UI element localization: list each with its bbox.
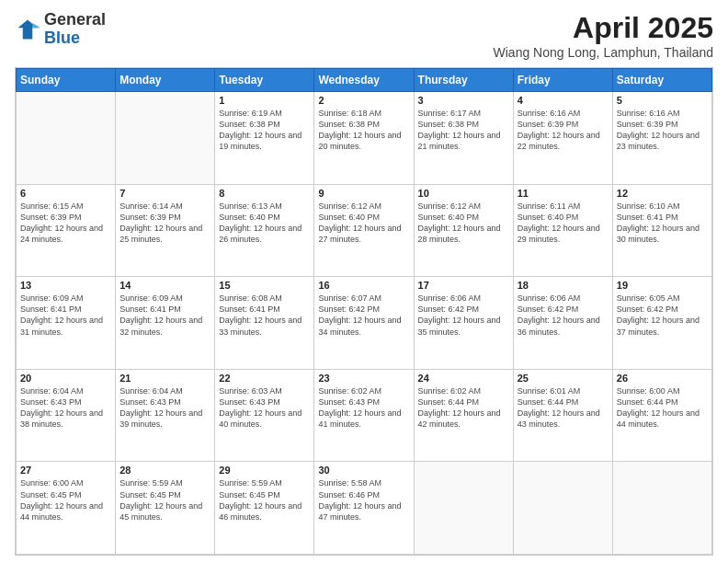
info-line: Sunrise: 6:09 AM <box>20 293 111 304</box>
info-line: Daylight: 12 hours and 25 minutes. <box>119 223 210 245</box>
info-line: Sunrise: 6:09 AM <box>119 293 210 304</box>
day-info: Sunrise: 5:59 AMSunset: 6:45 PMDaylight:… <box>119 477 210 523</box>
info-line: Sunset: 6:44 PM <box>617 396 708 408</box>
info-line: Sunset: 6:42 PM <box>418 304 509 315</box>
calendar-cell: 6Sunrise: 6:15 AMSunset: 6:39 PMDaylight… <box>17 184 116 277</box>
info-line: Sunset: 6:41 PM <box>219 304 310 315</box>
calendar-cell: 29Sunrise: 5:59 AMSunset: 6:45 PMDayligh… <box>215 462 314 555</box>
calendar-cell: 13Sunrise: 6:09 AMSunset: 6:41 PMDayligh… <box>17 277 116 370</box>
calendar: SundayMondayTuesdayWednesdayThursdayFrid… <box>15 67 713 556</box>
calendar-cell <box>612 462 711 555</box>
day-info: Sunrise: 6:00 AMSunset: 6:44 PMDaylight:… <box>617 385 708 431</box>
info-line: Daylight: 12 hours and 20 minutes. <box>318 130 409 152</box>
calendar-cell: 11Sunrise: 6:11 AMSunset: 6:40 PMDayligh… <box>513 184 612 277</box>
calendar-cell: 15Sunrise: 6:08 AMSunset: 6:41 PMDayligh… <box>215 277 314 370</box>
day-info: Sunrise: 6:04 AMSunset: 6:43 PMDaylight:… <box>20 385 111 431</box>
day-of-week-thursday: Thursday <box>414 69 513 92</box>
info-line: Daylight: 12 hours and 42 minutes. <box>418 408 509 430</box>
info-line: Sunset: 6:39 PM <box>518 119 609 130</box>
calendar-cell: 1Sunrise: 6:19 AMSunset: 6:38 PMDaylight… <box>215 92 314 185</box>
logo-general: General <box>44 11 106 29</box>
day-info: Sunrise: 6:12 AMSunset: 6:40 PMDaylight:… <box>318 201 409 246</box>
day-info: Sunrise: 6:03 AMSunset: 6:43 PMDaylight:… <box>219 385 310 431</box>
svg-marker-0 <box>18 19 38 39</box>
info-line: Sunset: 6:43 PM <box>219 396 310 408</box>
day-info: Sunrise: 6:06 AMSunset: 6:42 PMDaylight:… <box>418 293 509 338</box>
info-line: Sunrise: 6:00 AM <box>20 477 111 488</box>
info-line: Sunrise: 6:06 AM <box>518 293 609 304</box>
day-of-week-friday: Friday <box>513 69 612 92</box>
info-line: Sunrise: 6:12 AM <box>418 201 509 212</box>
info-line: Daylight: 12 hours and 28 minutes. <box>418 223 509 245</box>
info-line: Sunset: 6:42 PM <box>318 304 409 315</box>
calendar-cell: 19Sunrise: 6:05 AMSunset: 6:42 PMDayligh… <box>612 277 711 370</box>
calendar-cell: 20Sunrise: 6:04 AMSunset: 6:43 PMDayligh… <box>17 369 116 462</box>
info-line: Sunrise: 6:02 AM <box>318 385 409 396</box>
day-number: 5 <box>617 95 708 106</box>
info-line: Sunset: 6:38 PM <box>418 119 509 130</box>
info-line: Sunset: 6:43 PM <box>318 396 409 408</box>
info-line: Daylight: 12 hours and 29 minutes. <box>518 223 609 245</box>
day-info: Sunrise: 6:02 AMSunset: 6:43 PMDaylight:… <box>318 385 409 431</box>
day-info: Sunrise: 6:16 AMSunset: 6:39 PMDaylight:… <box>617 108 708 153</box>
info-line: Sunrise: 6:05 AM <box>617 293 708 304</box>
info-line: Sunset: 6:45 PM <box>20 489 111 500</box>
info-line: Sunrise: 6:13 AM <box>219 201 310 212</box>
day-info: Sunrise: 6:10 AMSunset: 6:41 PMDaylight:… <box>617 201 708 246</box>
logo-text: General Blue <box>44 11 106 48</box>
info-line: Sunset: 6:45 PM <box>219 489 310 500</box>
info-line: Sunrise: 5:59 AM <box>219 477 310 488</box>
info-line: Sunrise: 6:10 AM <box>617 201 708 212</box>
info-line: Daylight: 12 hours and 30 minutes. <box>617 223 708 245</box>
info-line: Daylight: 12 hours and 45 minutes. <box>119 500 210 523</box>
info-line: Sunrise: 6:04 AM <box>119 385 210 396</box>
calendar-cell <box>414 462 513 555</box>
calendar-cell: 7Sunrise: 6:14 AMSunset: 6:39 PMDaylight… <box>116 184 215 277</box>
info-line: Daylight: 12 hours and 46 minutes. <box>219 500 310 523</box>
calendar-cell: 16Sunrise: 6:07 AMSunset: 6:42 PMDayligh… <box>314 277 414 370</box>
day-of-week-sunday: Sunday <box>17 69 116 92</box>
day-info: Sunrise: 6:05 AMSunset: 6:42 PMDaylight:… <box>617 293 708 338</box>
day-info: Sunrise: 5:58 AMSunset: 6:46 PMDaylight:… <box>318 477 409 523</box>
day-of-week-monday: Monday <box>116 69 215 92</box>
info-line: Sunrise: 6:00 AM <box>617 385 708 396</box>
info-line: Sunrise: 5:58 AM <box>318 477 409 488</box>
day-number: 12 <box>617 188 708 199</box>
info-line: Daylight: 12 hours and 47 minutes. <box>318 500 409 523</box>
info-line: Sunrise: 6:11 AM <box>518 201 609 212</box>
day-number: 21 <box>119 373 210 384</box>
day-info: Sunrise: 6:09 AMSunset: 6:41 PMDaylight:… <box>119 293 210 338</box>
info-line: Sunrise: 6:06 AM <box>418 293 509 304</box>
info-line: Daylight: 12 hours and 39 minutes. <box>119 408 210 430</box>
day-info: Sunrise: 6:11 AMSunset: 6:40 PMDaylight:… <box>518 201 609 246</box>
day-info: Sunrise: 6:08 AMSunset: 6:41 PMDaylight:… <box>219 293 310 338</box>
calendar-cell: 4Sunrise: 6:16 AMSunset: 6:39 PMDaylight… <box>513 92 612 185</box>
info-line: Sunrise: 5:59 AM <box>119 477 210 488</box>
calendar-cell: 30Sunrise: 5:58 AMSunset: 6:46 PMDayligh… <box>314 462 414 555</box>
calendar-header: SundayMondayTuesdayWednesdayThursdayFrid… <box>17 69 712 92</box>
title-location: Wiang Nong Long, Lamphun, Thailand <box>494 45 713 60</box>
day-number: 8 <box>219 188 310 199</box>
title-month: April 2025 <box>494 11 713 45</box>
info-line: Sunset: 6:39 PM <box>617 119 708 130</box>
calendar-cell: 24Sunrise: 6:02 AMSunset: 6:44 PMDayligh… <box>414 369 513 462</box>
info-line: Daylight: 12 hours and 34 minutes. <box>318 315 409 337</box>
calendar-cell: 18Sunrise: 6:06 AMSunset: 6:42 PMDayligh… <box>513 277 612 370</box>
info-line: Sunrise: 6:19 AM <box>219 108 310 119</box>
info-line: Sunset: 6:40 PM <box>418 212 509 223</box>
calendar-cell: 23Sunrise: 6:02 AMSunset: 6:43 PMDayligh… <box>314 369 414 462</box>
info-line: Sunset: 6:44 PM <box>418 396 509 408</box>
calendar-cell <box>116 92 215 185</box>
info-line: Sunrise: 6:07 AM <box>318 293 409 304</box>
calendar-cell: 17Sunrise: 6:06 AMSunset: 6:42 PMDayligh… <box>414 277 513 370</box>
info-line: Sunrise: 6:01 AM <box>518 385 609 396</box>
day-number: 6 <box>20 188 111 199</box>
info-line: Sunset: 6:41 PM <box>20 304 111 315</box>
day-number: 26 <box>617 373 708 384</box>
info-line: Sunrise: 6:02 AM <box>418 385 509 396</box>
week-row-2: 6Sunrise: 6:15 AMSunset: 6:39 PMDaylight… <box>17 184 712 277</box>
day-number: 16 <box>318 280 409 291</box>
info-line: Sunset: 6:38 PM <box>219 119 310 130</box>
week-row-1: 1Sunrise: 6:19 AMSunset: 6:38 PMDaylight… <box>17 92 712 185</box>
day-number: 18 <box>518 280 609 291</box>
